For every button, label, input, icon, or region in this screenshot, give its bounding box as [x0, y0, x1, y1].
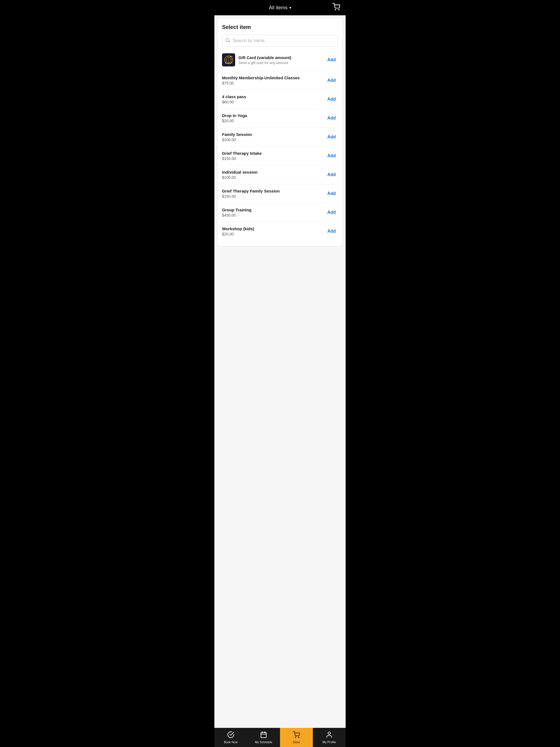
list-item: Monthly Membership-Unlimited Classes $75…: [222, 71, 338, 90]
item-left: Family Session $100.00: [222, 132, 325, 142]
nav-store[interactable]: Store: [280, 728, 313, 747]
svg-point-17: [328, 732, 331, 735]
item-price: $60.00: [222, 100, 325, 104]
item-left: Group Training $450.00: [222, 208, 325, 217]
item-info: Individual session $100.00: [222, 170, 325, 180]
list-item: Group Training $450.00 Add: [222, 203, 338, 222]
main-content: Select item: [214, 15, 346, 747]
search-input[interactable]: [222, 35, 338, 47]
add-item-button[interactable]: Add: [325, 190, 338, 197]
list-item: 4 class pass $60.00 Add: [222, 90, 338, 109]
item-name: Grief Therapy Family Session: [222, 189, 325, 193]
item-info: Workshop (kids) $20.00: [222, 226, 325, 236]
item-info: Group Training $450.00: [222, 208, 325, 217]
svg-point-1: [338, 9, 339, 10]
svg-point-0: [335, 9, 335, 10]
item-info: Monthly Membership-Unlimited Classes $75…: [222, 75, 325, 85]
item-info: Gift Card (variable amount) Send a gift …: [238, 55, 325, 65]
bottom-navigation: Book Now My Schedule Store: [214, 728, 346, 747]
svg-text:Illness Hub: Illness Hub: [225, 62, 232, 64]
item-name: 4 class pass: [222, 94, 325, 99]
nav-book-now-label: Book Now: [224, 741, 238, 744]
svg-point-16: [299, 737, 299, 738]
item-name: Workshop (kids): [222, 226, 325, 231]
add-item-button[interactable]: Add: [325, 56, 338, 63]
cart-icon: [332, 3, 340, 11]
add-item-button[interactable]: Add: [325, 133, 338, 140]
nav-my-schedule[interactable]: My Schedule: [247, 728, 280, 747]
check-circle-icon: [227, 731, 234, 739]
calendar-icon: [260, 731, 267, 739]
item-list: Illness Hub GA Gift Card (variable amoun…: [222, 49, 338, 241]
item-left: Individual session $100.00: [222, 170, 325, 180]
item-name: Group Training: [222, 208, 325, 212]
svg-rect-11: [261, 732, 266, 738]
item-info: Family Session $100.00: [222, 132, 325, 142]
list-item: Family Session $100.00 Add: [222, 128, 338, 147]
item-price: $100.00: [222, 175, 325, 180]
add-item-button[interactable]: Add: [325, 114, 338, 122]
list-item: Individual session $100.00 Add: [222, 165, 338, 184]
item-description: Send a gift card for any amount: [238, 61, 325, 65]
add-item-button[interactable]: Add: [325, 96, 338, 103]
item-left: Grief Therapy Family Session $150.00: [222, 189, 325, 199]
item-name: Gift Card (variable amount): [238, 55, 325, 60]
nav-my-profile-label: My Profile: [323, 741, 336, 744]
page-title: Select item: [222, 24, 338, 30]
nav-my-profile[interactable]: My Profile: [313, 728, 346, 747]
item-price: $450.00: [222, 213, 325, 217]
nav-my-schedule-label: My Schedule: [255, 741, 272, 744]
item-info: Drop In Yoga $20.00: [222, 113, 325, 123]
item-info: Grief Therapy Family Session $150.00: [222, 189, 325, 199]
chevron-down-icon: ▾: [289, 5, 291, 10]
item-name: Monthly Membership-Unlimited Classes: [222, 75, 325, 80]
item-left: Grief Therapy Intake $150.00: [222, 151, 325, 161]
item-left: Drop In Yoga $20.00: [222, 113, 325, 123]
add-item-button[interactable]: Add: [325, 228, 338, 235]
item-left: Illness Hub GA Gift Card (variable amoun…: [222, 53, 325, 67]
add-item-button[interactable]: Add: [325, 77, 338, 84]
list-item: Illness Hub GA Gift Card (variable amoun…: [222, 49, 338, 71]
item-price: $20.00: [222, 119, 325, 123]
item-price: $100.00: [222, 137, 325, 142]
item-info: Grief Therapy Intake $150.00: [222, 151, 325, 161]
svg-point-15: [295, 737, 296, 738]
category-selector[interactable]: All items ▾: [269, 5, 291, 11]
svg-text:GA: GA: [230, 55, 233, 57]
item-name: Drop In Yoga: [222, 113, 325, 118]
nav-book-now[interactable]: Book Now: [214, 728, 247, 747]
item-price: $150.00: [222, 156, 325, 161]
app-header: All items ▾: [214, 0, 346, 15]
item-selection-card: Select item: [218, 19, 342, 246]
list-item: Grief Therapy Intake $150.00 Add: [222, 147, 338, 165]
person-icon: [326, 731, 333, 739]
search-wrapper: [222, 35, 338, 47]
list-item: Drop In Yoga $20.00 Add: [222, 109, 338, 128]
item-price: $150.00: [222, 194, 325, 199]
item-left: Workshop (kids) $20.00: [222, 226, 325, 236]
item-info: 4 class pass $60.00: [222, 94, 325, 104]
add-item-button[interactable]: Add: [325, 209, 338, 216]
item-name: Individual session: [222, 170, 325, 175]
store-cart-icon: [293, 731, 300, 739]
item-left: Monthly Membership-Unlimited Classes $75…: [222, 75, 325, 85]
item-name: Grief Therapy Intake: [222, 151, 325, 156]
header-title-text: All items: [269, 5, 287, 11]
item-name: Family Session: [222, 132, 325, 137]
item-price: $75.00: [222, 81, 325, 85]
add-item-button[interactable]: Add: [325, 152, 338, 159]
list-item: Grief Therapy Family Session $150.00 Add: [222, 184, 338, 203]
item-thumbnail: Illness Hub GA: [222, 53, 235, 67]
nav-store-label: Store: [293, 741, 300, 744]
item-price: $20.00: [222, 232, 325, 236]
list-item: Workshop (kids) $20.00 Add: [222, 222, 338, 241]
item-left: 4 class pass $60.00: [222, 94, 325, 104]
cart-button[interactable]: [331, 2, 341, 14]
add-item-button[interactable]: Add: [325, 171, 338, 178]
